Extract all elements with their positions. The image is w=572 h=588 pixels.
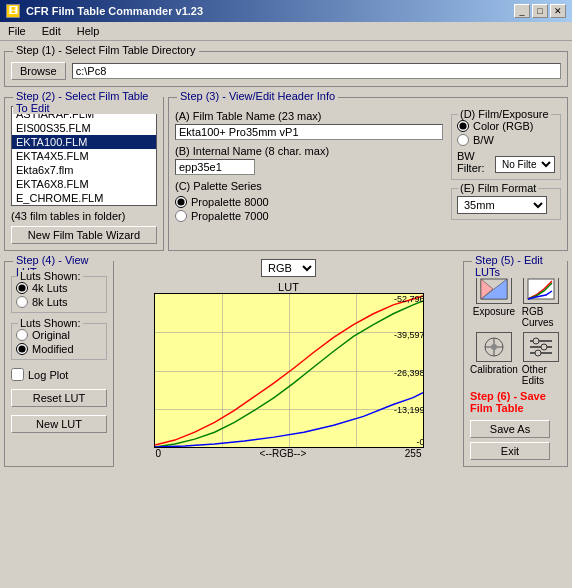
step4-group: Step (4) - View LUTs Luts Shown: 4k Luts… <box>4 261 114 467</box>
channel-select[interactable]: RGB Red Green Blue <box>261 259 316 277</box>
y-label-2: -26,398 <box>394 368 424 378</box>
window-title: CFR Film Table Commander v1.23 <box>26 5 203 17</box>
luts-shown-label1: Luts Shown: <box>18 270 83 282</box>
exposure-label: Exposure <box>473 306 515 317</box>
directory-path[interactable]: c:\Pc8 <box>72 63 561 79</box>
step2-title: Step (2) - Select Film Table To Edit <box>13 90 163 114</box>
menu-file[interactable]: File <box>4 24 30 38</box>
lut-8k-radio[interactable]: 8k Luts <box>16 296 102 308</box>
film-name-field[interactable] <box>175 124 443 140</box>
svg-point-12 <box>541 344 547 350</box>
luts-shown-group1: Luts Shown: 4k Luts 8k Luts <box>11 276 107 313</box>
list-item[interactable]: Ekta6x7.flm <box>12 163 156 177</box>
lut-chart: -52,796 -39,597 -26,398 -13,199 -0 <box>154 293 424 448</box>
exit-button[interactable]: Exit <box>470 442 550 460</box>
other-edits-label: Other Edits <box>522 364 561 386</box>
x-min-label: 0 <box>156 448 162 459</box>
log-plot-checkbox[interactable]: Log Plot <box>11 368 107 381</box>
menu-bar: File Edit Help <box>0 22 572 41</box>
menu-edit[interactable]: Edit <box>38 24 65 38</box>
bw-filter-select[interactable]: No Filter <box>495 156 555 173</box>
chart-x-labels: 0 <--RGB--> 255 <box>154 448 424 459</box>
title-bar: 🎞 CFR Film Table Commander v1.23 _ □ ✕ <box>0 0 572 22</box>
x-max-label: 255 <box>405 448 422 459</box>
y-label-1: -39,597 <box>394 330 424 340</box>
step1-group: Step (1) - Select Film Table Directory B… <box>4 51 568 87</box>
svg-point-7 <box>491 344 497 350</box>
browse-button[interactable]: Browse <box>11 62 66 80</box>
step3-group: Step (3) - View/Edit Header Info (A) Fil… <box>168 97 568 251</box>
y-label-0: -52,796 <box>394 294 424 304</box>
modified-radio[interactable]: Modified <box>16 343 102 355</box>
color-rgb-radio[interactable]: Color (RGB) <box>457 120 555 132</box>
rgb-curves-icon <box>523 274 559 304</box>
luts-shown-group2: Luts Shown: Original Modified <box>11 323 107 360</box>
list-item[interactable]: EKTA100.FLM <box>12 135 156 149</box>
step6-label: Step (6) - Save Film Table <box>470 390 561 414</box>
minimize-button[interactable]: _ <box>514 4 530 18</box>
new-lut-button[interactable]: New LUT <box>11 415 107 433</box>
step2-group: Step (2) - Select Film Table To Edit AST… <box>4 97 164 251</box>
luts-shown-label2: Luts Shown: <box>18 317 83 329</box>
film-format-group: (E) Film Format 35mm1204x56x78x10 <box>451 188 561 220</box>
x-axis-arrow: <--RGB--> <box>260 448 307 459</box>
list-item[interactable]: EKTA6X8.FLM <box>12 177 156 191</box>
other-edits-button[interactable]: Other Edits <box>522 332 561 386</box>
rgb-curves-button[interactable]: RGB Curves <box>522 274 561 328</box>
film-name-label: (A) Film Table Name (23 max) <box>175 110 443 122</box>
calibration-icon <box>476 332 512 362</box>
menu-help[interactable]: Help <box>73 24 104 38</box>
palette-8000-radio[interactable]: Propalette 8000 <box>175 196 443 208</box>
film-exposure-label: (D) Film/Exposure <box>458 108 551 120</box>
rgb-curves-label: RGB Curves <box>522 306 561 328</box>
calibration-label: Calibration <box>470 364 518 375</box>
step5-title: Step (5) - Edit LUTs <box>472 254 567 278</box>
chart-title: LUT <box>154 281 424 293</box>
y-label-4: -0 <box>416 437 423 447</box>
list-item[interactable]: E_CHROME.FLM <box>12 191 156 205</box>
internal-name-label: (B) Internal Name (8 char. max) <box>175 145 443 157</box>
step5-icons: Exposure RGB Curves <box>470 274 561 386</box>
exposure-icon <box>476 274 512 304</box>
other-edits-icon <box>523 332 559 362</box>
svg-point-11 <box>533 338 539 344</box>
svg-point-13 <box>535 350 541 356</box>
save-as-button[interactable]: Save As <box>470 420 550 438</box>
film-format-label: (E) Film Format <box>458 182 538 194</box>
exposure-button[interactable]: Exposure <box>470 274 518 328</box>
step3-title: Step (3) - View/Edit Header Info <box>177 90 338 102</box>
calibration-button[interactable]: Calibration <box>470 332 518 386</box>
list-item[interactable]: EKTA4X5.FLM <box>12 149 156 163</box>
maximize-button[interactable]: □ <box>532 4 548 18</box>
internal-name-field[interactable] <box>175 159 255 175</box>
list-item[interactable]: EIS00S35.FLM <box>12 121 156 135</box>
y-label-3: -13,199 <box>394 405 424 415</box>
bw-filter-label: BW Filter: <box>457 150 492 174</box>
original-radio[interactable]: Original <box>16 329 102 341</box>
chart-area-container: RGB Red Green Blue LUT <box>118 255 459 467</box>
palette-7000-radio[interactable]: Propalette 7000 <box>175 210 443 222</box>
step5-group: Step (5) - Edit LUTs Exposure <box>463 261 568 467</box>
new-film-table-wizard-button[interactable]: New Film Table Wizard <box>11 226 157 244</box>
film-count-label: (43 film tables in folder) <box>11 210 157 222</box>
palette-label: (C) Palette Series <box>175 180 443 192</box>
close-button[interactable]: ✕ <box>550 4 566 18</box>
film-table-listbox[interactable]: ASTIARAP.FLMEIS00S35.FLMEKTA100.FLMEKTA4… <box>11 106 157 206</box>
step1-title: Step (1) - Select Film Table Directory <box>13 44 199 56</box>
film-format-select[interactable]: 35mm1204x56x78x10 <box>457 196 547 214</box>
lut-4k-radio[interactable]: 4k Luts <box>16 282 102 294</box>
bw-radio[interactable]: B/W <box>457 134 555 146</box>
reset-lut-button[interactable]: Reset LUT <box>11 389 107 407</box>
app-icon: 🎞 <box>6 4 20 18</box>
film-exposure-group: (D) Film/Exposure Color (RGB) B/W BW Fil… <box>451 114 561 180</box>
